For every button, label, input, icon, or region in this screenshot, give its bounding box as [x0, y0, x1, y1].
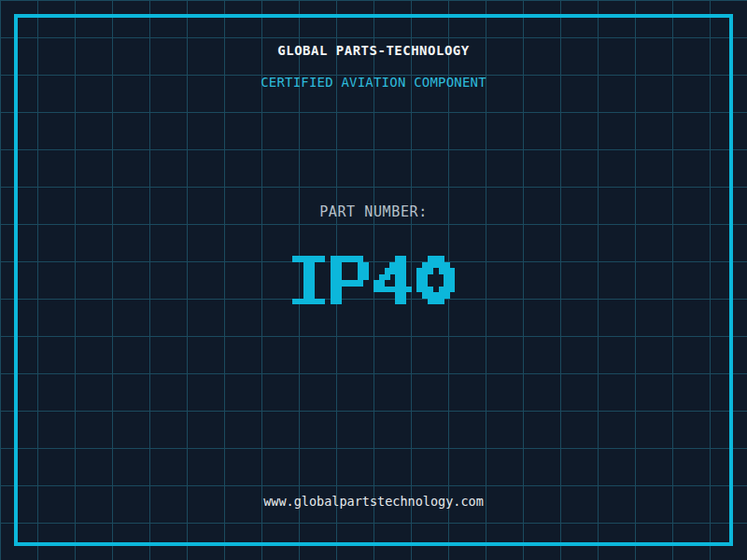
certification-tagline: CERTIFIED AVIATION COMPONENT: [0, 75, 747, 90]
blueprint-certificate-page: GLOBAL PARTS-TECHNOLOGY CERTIFIED AVIATI…: [0, 0, 747, 560]
part-number-pixel-text: [292, 256, 455, 304]
website-url: www.globalpartstechnology.com: [0, 494, 747, 509]
part-number-label: PART NUMBER:: [0, 203, 747, 220]
part-number-value: [292, 256, 455, 304]
company-name-heading: GLOBAL PARTS-TECHNOLOGY: [0, 43, 747, 58]
